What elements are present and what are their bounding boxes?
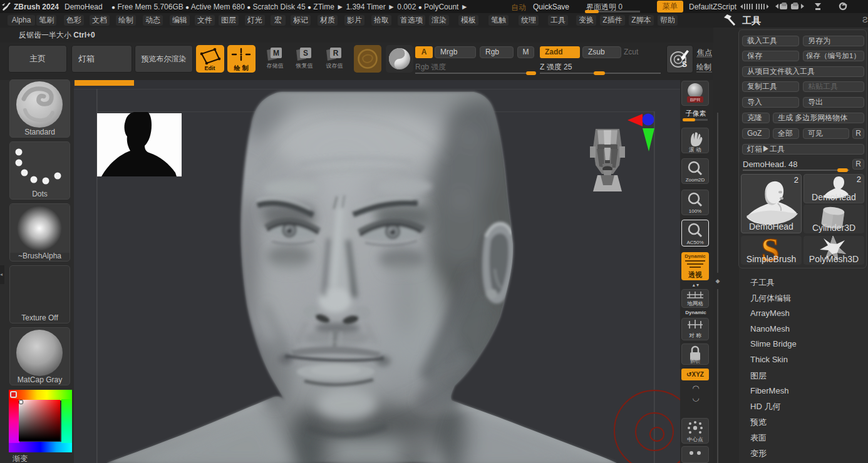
- svg-text:AC50%: AC50%: [686, 240, 703, 245]
- svg-text:R: R: [333, 49, 339, 58]
- svg-text:S: S: [303, 49, 308, 58]
- svg-text:恢复值: 恢复值: [296, 63, 313, 69]
- svg-text:M: M: [273, 49, 279, 58]
- svg-text:100%: 100%: [689, 208, 701, 214]
- svg-text:S: S: [682, 60, 687, 69]
- svg-text:地网格: 地网格: [686, 300, 703, 307]
- svg-text:透视: 透视: [688, 271, 702, 278]
- svg-text:设存值: 设存值: [326, 63, 343, 69]
- svg-text:滚 动: 滚 动: [688, 146, 701, 153]
- svg-text:Edit: Edit: [205, 65, 215, 71]
- svg-text:Dynamic: Dynamic: [685, 253, 706, 259]
- svg-text:绘 制: 绘 制: [234, 64, 249, 71]
- svg-text:解锁: 解锁: [690, 359, 700, 364]
- svg-text:中心点: 中心点: [687, 436, 703, 442]
- svg-text:Zoom2D: Zoom2D: [686, 177, 705, 183]
- svg-text:存储值: 存储值: [267, 63, 284, 69]
- svg-text:对 称: 对 称: [689, 332, 701, 338]
- svg-text:BPR: BPR: [690, 97, 701, 103]
